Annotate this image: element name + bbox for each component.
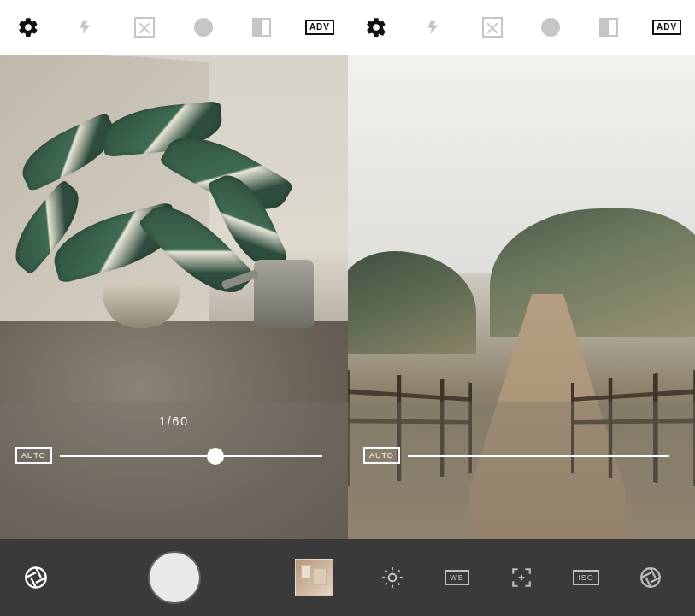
square-x-icon	[482, 17, 503, 38]
brightness-icon	[381, 566, 403, 589]
half-split-icon	[252, 18, 271, 37]
adv-badge: ADV	[652, 20, 681, 35]
viewfinder[interactable]: 1/60 AUTO	[0, 55, 348, 539]
flash-icon	[426, 16, 443, 38]
advanced-button[interactable]: ADV	[654, 15, 680, 40]
auto-badge[interactable]: AUTO	[363, 447, 400, 464]
aperture-button[interactable]	[633, 560, 668, 595]
contrast-button[interactable]	[596, 15, 621, 40]
dot-icon	[194, 18, 213, 37]
gear-icon	[365, 16, 387, 38]
shutter-speed-value: 1/60	[159, 414, 189, 428]
grid-off-button[interactable]	[480, 15, 505, 40]
iso-badge: ISO	[573, 570, 599, 585]
svg-point-0	[26, 567, 45, 587]
iso-button[interactable]: ISO	[569, 560, 604, 595]
settings-button[interactable]	[15, 15, 41, 40]
top-toolbar: ADV	[0, 0, 348, 55]
gear-icon	[17, 16, 39, 38]
flash-button[interactable]	[421, 15, 447, 40]
watering-can	[254, 260, 314, 328]
exposure-overlay: 1/60 AUTO	[0, 402, 348, 539]
exposure-slider[interactable]	[60, 455, 322, 457]
svg-line-7	[398, 583, 399, 584]
white-balance-button[interactable]: WB	[439, 560, 474, 595]
exposure-slider[interactable]	[408, 455, 669, 457]
svg-line-6	[385, 571, 386, 572]
svg-point-12	[641, 568, 660, 587]
viewfinder[interactable]: AUTO	[348, 55, 695, 539]
camera-screen-left: ADV 1/60 AUTO	[0, 0, 348, 616]
advanced-button[interactable]: ADV	[307, 15, 333, 40]
svg-line-9	[398, 571, 399, 572]
camera-screen-right: ADV AUTO WB	[348, 0, 695, 616]
gallery-thumbnail[interactable]	[295, 559, 333, 596]
shutter-button[interactable]	[150, 553, 199, 602]
focus-button[interactable]	[504, 560, 539, 595]
exposure-overlay: AUTO	[348, 402, 695, 539]
svg-line-8	[385, 583, 386, 584]
bottom-toolbar	[0, 539, 348, 616]
aperture-icon	[639, 566, 662, 589]
slider-thumb[interactable]	[207, 448, 224, 465]
svg-point-1	[388, 574, 396, 582]
contrast-button[interactable]	[249, 15, 274, 40]
grid-off-button[interactable]	[132, 15, 157, 40]
square-x-icon	[134, 17, 155, 38]
flash-button[interactable]	[74, 15, 99, 40]
mode-dot-button[interactable]	[538, 15, 563, 40]
aperture-icon	[24, 566, 48, 590]
bottom-toolbar: WB ISO	[348, 539, 695, 616]
aperture-button[interactable]	[19, 560, 53, 595]
half-split-icon	[599, 18, 618, 37]
brightness-button[interactable]	[375, 560, 409, 595]
adv-badge: ADV	[305, 20, 334, 35]
settings-button[interactable]	[363, 15, 389, 40]
dot-icon	[541, 18, 560, 37]
flash-icon	[78, 16, 95, 38]
auto-badge[interactable]: AUTO	[15, 447, 52, 464]
wb-badge: WB	[445, 570, 469, 585]
focus-icon	[510, 566, 533, 589]
top-toolbar: ADV	[348, 0, 695, 55]
mode-dot-button[interactable]	[191, 15, 216, 40]
